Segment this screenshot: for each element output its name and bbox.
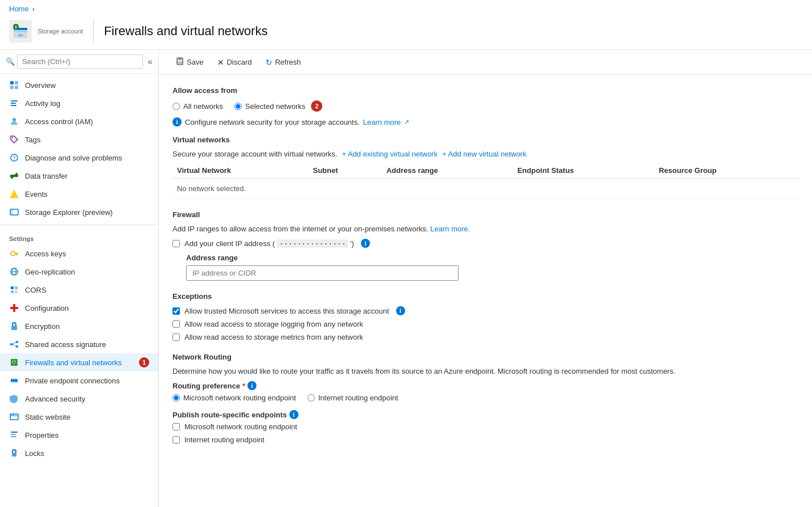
add-new-vn-link[interactable]: + Add new virtual network: [442, 150, 527, 158]
internet-routing-label: Internet routing endpoint: [318, 394, 398, 402]
settings-section-label: Settings: [0, 229, 158, 244]
sidebar-item-shared-access[interactable]: Shared access signature: [0, 335, 158, 353]
sidebar-item-activity-log[interactable]: Activity log: [0, 94, 158, 112]
publish-microsoft-checkbox-item[interactable]: Microsoft network routing endpoint: [173, 422, 798, 431]
key-icon: [9, 248, 19, 259]
svg-rect-27: [17, 254, 18, 255]
data-transfer-icon: [9, 171, 19, 181]
microsoft-routing-radio-input[interactable]: [173, 394, 180, 402]
read-logging-checkbox[interactable]: [173, 320, 180, 328]
learn-more-link[interactable]: Learn more: [363, 118, 401, 126]
sidebar-item-label: Storage Explorer (preview): [25, 208, 113, 217]
svg-marker-20: [10, 177, 14, 179]
firewall-title: Firewall: [173, 210, 798, 219]
external-link-icon: ↗: [404, 119, 409, 126]
sidebar-item-diagnose[interactable]: ? Diagnose and solve problems: [0, 149, 158, 167]
sidebar-item-data-transfer[interactable]: Data transfer: [0, 167, 158, 185]
sidebar-item-properties[interactable]: Properties: [0, 426, 158, 444]
config-icon: [9, 303, 19, 313]
sidebar-item-access-control[interactable]: Access control (IAM): [0, 112, 158, 130]
diagnose-icon: ?: [9, 153, 19, 163]
info-text: Configure network security for your stor…: [185, 118, 360, 126]
refresh-label: Refresh: [275, 58, 301, 66]
all-networks-radio[interactable]: All networks: [173, 102, 223, 111]
sidebar-item-geo-replication[interactable]: Geo-replication: [0, 263, 158, 281]
add-existing-vn-link[interactable]: + Add existing virtual network: [342, 150, 437, 158]
publish-label: Publish route-specific endpoints i: [173, 410, 798, 419]
sidebar-item-label: Overview: [25, 81, 56, 90]
exceptions-section: Exceptions Allow trusted Microsoft servi…: [173, 292, 798, 341]
svg-point-39: [10, 343, 12, 345]
internet-routing-radio-input[interactable]: [308, 394, 315, 402]
firewall-icon: 🛡: [9, 357, 19, 367]
internet-routing-radio[interactable]: Internet routing endpoint: [308, 394, 398, 402]
save-button[interactable]: Save: [170, 54, 209, 70]
sidebar-item-cors[interactable]: CORS: [0, 281, 158, 299]
firewall-learn-more-link[interactable]: Learn more.: [430, 225, 470, 233]
sidebar-item-storage-explorer[interactable]: Storage Explorer (preview): [0, 203, 158, 221]
svg-rect-32: [11, 286, 14, 289]
client-ip-value: ···············: [277, 239, 348, 248]
home-link[interactable]: Home: [9, 5, 29, 13]
collapse-sidebar-button[interactable]: «: [148, 57, 153, 67]
sidebar-item-overview[interactable]: Overview: [0, 76, 158, 94]
sidebar-item-events[interactable]: ⚡ Events: [0, 185, 158, 203]
publish-internet-checkbox[interactable]: [173, 436, 180, 443]
svg-marker-19: [15, 172, 18, 175]
publish-info-icon: i: [289, 410, 298, 419]
svg-rect-9: [10, 86, 14, 89]
sidebar-item-firewalls[interactable]: 🛡 Firewalls and virtual networks 1: [0, 353, 158, 371]
sidebar: 🔍 « Overview Activity log: [0, 50, 159, 507]
svg-rect-10: [15, 86, 18, 89]
firewall-description: Add IP ranges to allow access from the i…: [173, 225, 798, 233]
sidebar-item-private-endpoints[interactable]: Private endpoint connections: [0, 371, 158, 390]
svg-point-40: [16, 341, 18, 343]
sidebar-item-label: Data transfer: [25, 172, 68, 180]
microsoft-routing-radio[interactable]: Microsoft network routing endpoint: [173, 394, 296, 402]
vn-col-endpoint-status: Endpoint Status: [513, 163, 654, 179]
sidebar-item-advanced-security[interactable]: Advanced security: [0, 390, 158, 408]
save-label: Save: [187, 58, 204, 66]
svg-rect-35: [15, 290, 18, 293]
exceptions-title: Exceptions: [173, 292, 798, 301]
private-endpoints-icon: [9, 375, 19, 386]
sidebar-item-static-website[interactable]: Static website: [0, 408, 158, 426]
vn-col-address-range: Address range: [382, 163, 513, 179]
sidebar-item-access-keys[interactable]: Access keys: [0, 244, 158, 263]
read-metrics-checkbox[interactable]: [173, 333, 180, 341]
svg-text:?: ?: [12, 155, 15, 161]
sidebar-item-encryption[interactable]: Encryption: [0, 317, 158, 335]
selected-networks-radio[interactable]: Selected networks 2: [234, 100, 322, 112]
sidebar-item-locks[interactable]: Locks: [0, 444, 158, 462]
exception-read-logging[interactable]: Allow read access to storage logging fro…: [173, 320, 798, 328]
access-radio-group: All networks Selected networks 2: [173, 100, 798, 112]
discard-label: Discard: [227, 58, 252, 66]
storage-explorer-icon: [9, 207, 19, 217]
sidebar-item-label: Configuration: [25, 304, 69, 312]
publish-internet-checkbox-item[interactable]: Internet routing endpoint: [173, 436, 798, 444]
publish-microsoft-checkbox[interactable]: [173, 423, 180, 430]
vn-col-virtual-network: Virtual Network: [173, 163, 309, 179]
svg-rect-7: [10, 81, 14, 84]
discard-button[interactable]: ✕ Discard: [212, 55, 258, 70]
refresh-button[interactable]: ↻ Refresh: [260, 55, 307, 70]
sidebar-item-configuration[interactable]: Configuration: [0, 299, 158, 317]
svg-text:🛡: 🛡: [12, 360, 16, 365]
selected-networks-radio-input[interactable]: [234, 103, 242, 110]
all-networks-radio-input[interactable]: [173, 103, 180, 110]
exception-read-metrics[interactable]: Allow read access to storage metrics fro…: [173, 333, 798, 341]
activity-log-icon: [9, 98, 19, 108]
sidebar-item-label: Locks: [25, 449, 44, 458]
address-range-input[interactable]: [186, 265, 458, 281]
exception-trusted-ms[interactable]: Allow trusted Microsoft services to acce…: [173, 306, 798, 315]
trusted-ms-checkbox[interactable]: [173, 307, 180, 315]
add-client-ip-checkbox[interactable]: [173, 240, 180, 247]
sidebar-item-tags[interactable]: Tags: [0, 130, 158, 149]
svg-text:SA: SA: [18, 33, 23, 37]
svg-rect-37: [10, 307, 18, 309]
search-input[interactable]: [17, 54, 143, 69]
svg-rect-55: [11, 436, 16, 437]
sidebar-item-label: Activity log: [25, 99, 60, 108]
svg-rect-38: [11, 326, 17, 330]
client-ip-info-icon: i: [361, 239, 370, 248]
